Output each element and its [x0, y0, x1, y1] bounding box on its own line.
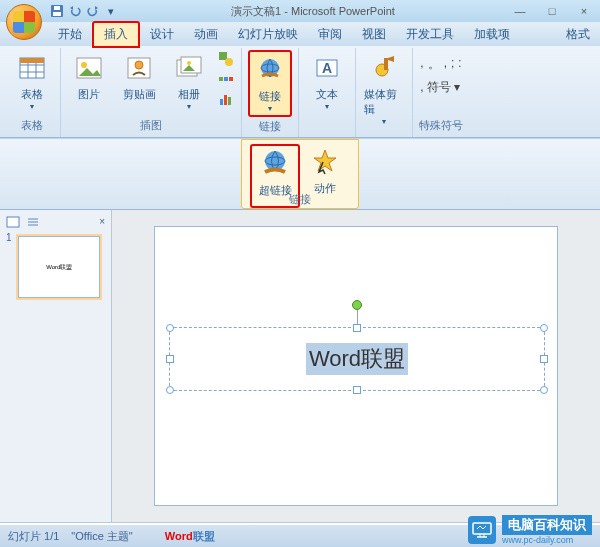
textbox[interactable]: Word联盟	[169, 327, 545, 391]
svg-point-12	[135, 61, 143, 69]
svg-rect-16	[219, 52, 227, 60]
site-watermark: 电脑百科知识 www.pc-daily.com	[468, 515, 592, 545]
svg-rect-21	[220, 99, 223, 105]
group-links: 链接 ▾ 链接	[242, 48, 299, 137]
media-button[interactable]: 媒体剪辑 ▾	[362, 50, 406, 128]
shapes-icon[interactable]	[217, 50, 235, 68]
qat-dropdown-icon[interactable]: ▾	[104, 4, 118, 18]
tab-format[interactable]: 格式	[556, 23, 600, 46]
tab-insert[interactable]: 插入	[92, 21, 140, 48]
group-tables-label: 表格	[21, 116, 43, 135]
dropdown-icon: ▾	[30, 102, 34, 111]
dropdown-icon: ▾	[325, 102, 329, 111]
svg-rect-1	[53, 12, 61, 16]
brand-name: 电脑百科知识	[502, 515, 592, 535]
tab-slideshow[interactable]: 幻灯片放映	[228, 23, 308, 46]
thumb-text: Word联盟	[46, 263, 72, 272]
album-button[interactable]: 相册 ▾	[167, 50, 211, 113]
undo-icon[interactable]	[68, 4, 82, 18]
ribbon-tabs: 开始 插入 设计 动画 幻灯片放映 审阅 视图 开发工具 加载项 格式	[0, 22, 600, 46]
clipart-icon	[123, 52, 155, 84]
picture-icon	[73, 52, 105, 84]
slide-thumbnail-1[interactable]: Word联盟	[18, 236, 100, 298]
dropdown-icon: ▾	[187, 102, 191, 111]
svg-rect-29	[384, 58, 388, 70]
handle-tr[interactable]	[540, 324, 548, 332]
tab-design[interactable]: 设计	[140, 23, 184, 46]
svg-rect-18	[219, 77, 223, 81]
tab-animation[interactable]: 动画	[184, 23, 228, 46]
monitor-icon	[468, 516, 496, 544]
status-theme: "Office 主题"	[71, 529, 132, 544]
hyperlink-icon	[254, 54, 286, 86]
media-label: 媒体剪辑	[364, 87, 404, 117]
sym-colon[interactable]: :	[458, 56, 461, 73]
picture-button[interactable]: 图片	[67, 50, 111, 104]
symbol-row-1[interactable]: , 。 , ; :	[420, 56, 461, 73]
handle-tl[interactable]	[166, 324, 174, 332]
textbox-text[interactable]: Word联盟	[306, 343, 408, 375]
table-button[interactable]: 表格 ▾	[10, 50, 54, 113]
handle-tm[interactable]	[353, 324, 361, 332]
media-icon	[368, 52, 400, 84]
handle-br[interactable]	[540, 386, 548, 394]
sym-comma2[interactable]: ,	[444, 56, 447, 73]
redo-icon[interactable]	[86, 4, 100, 18]
tab-review[interactable]: 审阅	[308, 23, 352, 46]
group-text: A 文本 ▾	[299, 48, 356, 137]
tab-start[interactable]: 开始	[48, 23, 92, 46]
watermark-word: Word	[165, 530, 193, 542]
minimize-button[interactable]: —	[508, 5, 532, 17]
sym-comma[interactable]: ,	[420, 56, 423, 73]
link-button[interactable]: 链接 ▾	[248, 50, 292, 117]
window-controls: — □ ×	[508, 5, 596, 17]
save-icon[interactable]	[50, 4, 64, 18]
tab-developer[interactable]: 开发工具	[396, 23, 464, 46]
handle-bl[interactable]	[166, 386, 174, 394]
svg-rect-22	[224, 95, 227, 105]
rotation-handle[interactable]	[352, 300, 362, 310]
slide[interactable]: Word联盟	[154, 226, 558, 506]
sub-ribbon-label: 链接	[289, 192, 311, 207]
thumb-tab-outline[interactable]	[26, 216, 40, 228]
handle-bm[interactable]	[353, 386, 361, 394]
dropdown-icon: ▾	[382, 117, 386, 126]
sym-period[interactable]: 。	[428, 56, 440, 73]
title-bar: ▾ 演示文稿1 - Microsoft PowerPoint — □ ×	[0, 0, 600, 22]
group-illustrations: 图片 剪贴画 相册 ▾ 插图	[61, 48, 242, 137]
maximize-button[interactable]: □	[540, 5, 564, 17]
office-button[interactable]	[6, 4, 42, 40]
tab-addins[interactable]: 加载项	[464, 23, 520, 46]
window-title: 演示文稿1 - Microsoft PowerPoint	[118, 4, 508, 19]
clipart-button[interactable]: 剪贴画	[117, 50, 161, 104]
textbox-icon: A	[311, 52, 343, 84]
group-symbols: , 。 , ; : , 符号 ▾ 特殊符号	[413, 48, 469, 137]
illustration-small-buttons	[217, 50, 235, 108]
group-symbols-label: 特殊符号	[419, 116, 463, 135]
group-media: 媒体剪辑 ▾	[356, 48, 413, 137]
brand-url: www.pc-daily.com	[502, 535, 592, 545]
slide-number: 1	[6, 232, 12, 302]
thumb-tab-slides[interactable]	[6, 216, 20, 228]
hyperlink-label: 超链接	[259, 183, 292, 198]
close-button[interactable]: ×	[572, 5, 596, 17]
table-label: 表格	[21, 87, 43, 102]
table-icon	[16, 52, 48, 84]
symbols-more-label: , 符号 ▾	[420, 79, 460, 96]
action-icon	[309, 146, 341, 178]
thumb-close-icon[interactable]: ×	[99, 216, 105, 228]
text-label: 文本	[316, 87, 338, 102]
chart-icon[interactable]	[217, 90, 235, 108]
sym-semicolon[interactable]: ;	[451, 56, 454, 73]
smartart-icon[interactable]	[217, 70, 235, 88]
symbol-more[interactable]: , 符号 ▾	[420, 79, 460, 96]
thumbnail-tabs: ×	[6, 216, 105, 228]
svg-rect-19	[224, 77, 228, 81]
svg-rect-32	[7, 217, 19, 227]
tab-view[interactable]: 视图	[352, 23, 396, 46]
svg-rect-8	[20, 58, 44, 63]
handle-ml[interactable]	[166, 355, 174, 363]
group-links-label: 链接	[259, 117, 281, 136]
text-button[interactable]: A 文本 ▾	[305, 50, 349, 113]
handle-mr[interactable]	[540, 355, 548, 363]
